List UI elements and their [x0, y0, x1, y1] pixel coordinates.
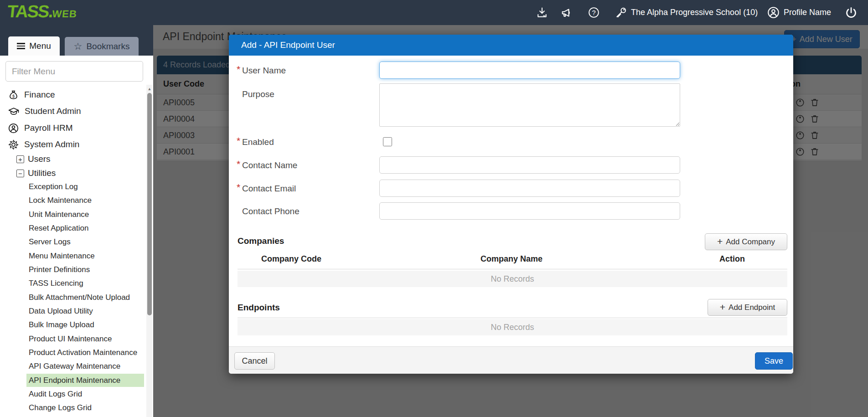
person-circle-icon: [8, 123, 19, 134]
sidebar-item-menu-maintenance[interactable]: Menu Maintenance: [26, 249, 144, 263]
modal-header: Add - API Endpoint User: [229, 35, 793, 56]
no-records-label: No Records: [491, 274, 534, 284]
profile-menu[interactable]: Profile Name: [767, 0, 831, 25]
purpose-label: Purpose: [242, 89, 274, 99]
enabled-checkbox[interactable]: [383, 137, 392, 146]
sidebar-item-product-activation-maintenance[interactable]: Product Activation Maintenance: [26, 346, 144, 359]
endpoints-no-records: No Records: [238, 319, 787, 335]
profile-icon: [767, 6, 780, 19]
companies-no-records: No Records: [238, 271, 787, 287]
plus-icon: +: [717, 237, 723, 246]
modal-title: Add - API Endpoint User: [241, 40, 335, 50]
profile-name-label: Profile Name: [784, 8, 831, 17]
sidebar-item-tass-licencing[interactable]: TASS Licencing: [26, 277, 144, 290]
megaphone-icon[interactable]: [560, 0, 574, 25]
graduation-cap-icon: [8, 106, 20, 117]
contact-name-label: Contact Name: [242, 160, 297, 170]
companies-heading: Companies: [238, 236, 284, 246]
sidebar-scrollbar-thumb[interactable]: [147, 93, 152, 315]
sidebar-item-unit-maintenance[interactable]: Unit Maintenance: [26, 208, 144, 221]
required-asterisk: *: [237, 135, 240, 146]
modal-footer: Cancel Save: [229, 346, 793, 374]
star-icon: ☆: [74, 41, 83, 51]
sidebar-tree-utilities[interactable]: − Utilities: [0, 167, 144, 180]
user-name-input[interactable]: [379, 62, 680, 79]
collapse-icon[interactable]: −: [16, 170, 24, 177]
tab-bookmarks-label: Bookmarks: [86, 41, 129, 51]
sidebar-item-lock-maintenance[interactable]: Lock Maintenance: [26, 194, 144, 207]
logo-primary-text: TASS.: [6, 2, 54, 21]
key-icon: [615, 6, 627, 19]
add-endpoint-button[interactable]: + Add Endpoint: [708, 299, 787, 316]
sidebar-item-system-admin[interactable]: System Admin: [0, 137, 144, 152]
sidebar-item-exception-log[interactable]: Exception Log: [26, 180, 144, 193]
add-company-button[interactable]: + Add Company: [705, 233, 787, 250]
sidebar-item-payroll-hrm[interactable]: Payroll HRM: [0, 121, 144, 135]
sidebar-item-api-gateway-maintenance[interactable]: API Gateway Maintenance: [26, 360, 144, 373]
logout-power-icon[interactable]: [844, 0, 858, 25]
tab-bookmarks[interactable]: ☆ Bookmarks: [65, 37, 139, 56]
app-root: TASS.WEB ? The Alpha Progressive School …: [0, 0, 868, 417]
enabled-label: Enabled: [242, 137, 274, 147]
sidebar-item-printer-definitions[interactable]: Printer Definitions: [26, 263, 144, 276]
contact-email-label: Contact Email: [242, 184, 296, 194]
no-records-label: No Records: [491, 323, 534, 332]
school-selector[interactable]: The Alpha Progressive School (10): [615, 0, 758, 25]
filter-menu-input[interactable]: [5, 61, 143, 82]
help-icon[interactable]: ?: [588, 0, 600, 25]
money-bag-icon: $: [8, 89, 19, 101]
tab-menu[interactable]: Menu: [8, 36, 60, 56]
contact-phone-input[interactable]: [379, 202, 680, 220]
sidebar-item-label: Payroll HRM: [24, 123, 73, 133]
sidebar-item-label: System Admin: [24, 139, 79, 149]
divider: [238, 269, 787, 269]
cancel-button[interactable]: Cancel: [234, 352, 275, 370]
sidebar-item-bulk-attachment-note-upload[interactable]: Bulk Attachment/Note Upload: [26, 291, 144, 304]
sidebar: $ Finance Student Admin Payroll HRM Syst…: [0, 56, 153, 417]
school-name-label: The Alpha Progressive School (10): [631, 8, 758, 17]
column-header-company-name: Company Name: [480, 254, 542, 264]
sidebar-item-label: Users: [28, 154, 51, 164]
sidebar-item-audit-logs-grid[interactable]: Audit Logs Grid: [26, 387, 144, 401]
sidebar-item-label: Finance: [24, 90, 55, 100]
contact-phone-label: Contact Phone: [242, 206, 300, 216]
sidebar-item-data-upload-utility[interactable]: Data Upload Utility: [26, 304, 144, 318]
expand-icon[interactable]: +: [16, 155, 24, 163]
hamburger-icon: [17, 41, 25, 51]
contact-name-input[interactable]: [379, 156, 680, 174]
add-endpoint-label: Add Endpoint: [728, 303, 775, 312]
user-name-label: User Name: [242, 66, 286, 76]
sidebar-item-product-ui-maintenance[interactable]: Product UI Maintenance: [26, 332, 144, 345]
sidebar-item-finance[interactable]: $ Finance: [0, 88, 144, 102]
sidebar-item-label: Student Admin: [25, 106, 81, 116]
scroll-up-icon[interactable]: ▲: [147, 87, 152, 91]
add-api-endpoint-user-modal: Add - API Endpoint User * User Name Purp…: [229, 35, 793, 374]
save-button[interactable]: Save: [755, 352, 793, 370]
tass-web-logo: TASS.WEB: [6, 2, 78, 21]
gear-icon: [8, 139, 19, 150]
plus-icon: +: [720, 302, 725, 312]
column-header-company-code: Company Code: [261, 254, 321, 264]
svg-text:?: ?: [592, 9, 595, 16]
sidebar-item-api-endpoint-maintenance[interactable]: API Endpoint Maintenance: [26, 374, 144, 387]
logo-secondary-text: WEB: [52, 8, 78, 20]
sidebar-item-reset-application[interactable]: Reset Application: [26, 221, 144, 235]
purpose-textarea[interactable]: [379, 83, 680, 127]
required-asterisk: *: [237, 64, 240, 75]
sidebar-item-student-admin[interactable]: Student Admin: [0, 104, 144, 118]
column-header-action: Action: [719, 254, 745, 264]
sidebar-item-bulk-image-upload[interactable]: Bulk Image Upload: [26, 318, 144, 331]
divider: [238, 318, 787, 318]
required-asterisk: *: [237, 159, 240, 170]
contact-email-input[interactable]: [379, 180, 680, 197]
tab-menu-label: Menu: [29, 41, 51, 51]
sidebar-item-change-logs-grid[interactable]: Change Logs Grid: [26, 401, 144, 414]
download-icon[interactable]: [536, 0, 548, 25]
sidebar-item-label: Utilities: [28, 168, 56, 178]
top-bar: TASS.WEB ? The Alpha Progressive School …: [0, 0, 868, 25]
svg-text:$: $: [12, 93, 15, 98]
required-asterisk: *: [237, 182, 240, 193]
sidebar-item-server-logs[interactable]: Server Logs: [26, 235, 144, 248]
endpoints-heading: Endpoints: [238, 303, 280, 313]
sidebar-tree-users[interactable]: + Users: [0, 153, 144, 165]
